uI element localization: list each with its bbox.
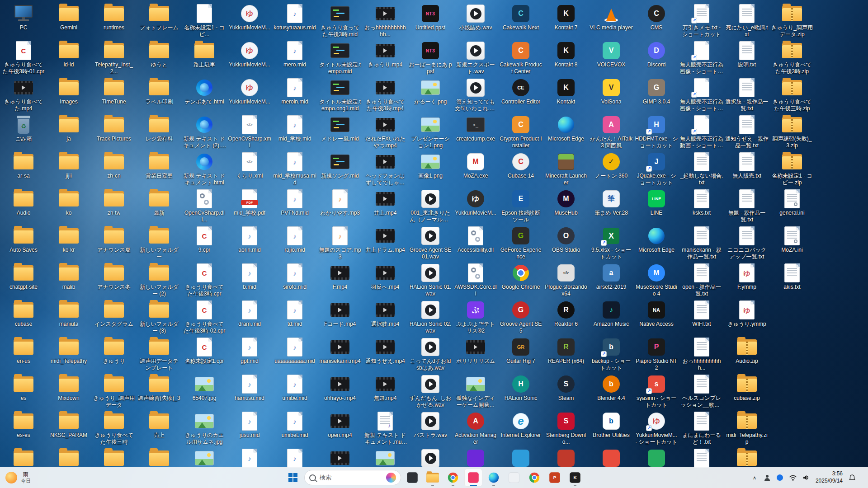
desktop-icon[interactable]: 井上ドラム.mp4 [363,224,408,261]
taskbar-app-pinned-app-pink[interactable] [464,469,482,487]
weather-widget[interactable]: 雨 今日 [0,467,36,488]
desktop-icon[interactable]: ♪umibe.mid [272,372,317,409]
desktop-icon[interactable]: ヘルスコンプレッション__歌詞.txt [679,372,724,409]
desktop-icon[interactable]: 路上駐車 [182,39,227,76]
desktop-icon[interactable]: RREAPER (x64) [543,335,589,372]
desktop-icon[interactable]: RReaktor 6 [543,298,589,335]
desktop-icon[interactable]: 説明.txt [724,39,769,76]
desktop-icon[interactable]: Google Chrome [498,261,543,298]
tray-user-button[interactable] [761,470,773,485]
desktop-icon[interactable]: 孤独なインディーゲーム開発者の一生... [453,372,498,409]
desktop-icon[interactable]: DDiscord [634,39,679,76]
desktop-icon[interactable]: 新しいフォルダー (2) [137,261,182,298]
desktop-icon[interactable]: open - 親作品一覧.txt [679,261,724,298]
desktop-icon[interactable]: 井上.mp4 [363,187,408,224]
desktop-icon[interactable]: TimeTune [91,76,137,113]
desktop-icon[interactable]: ja [46,113,91,150]
desktop-icon[interactable]: ♪aorin.mid [227,224,272,261]
desktop-icon[interactable]: ✓ノートン 360 [589,150,634,187]
desktop-icon[interactable]: ぷぷよぷよ™テトリス®2 [453,298,498,335]
taskbar-search[interactable]: 検索 [304,470,401,485]
desktop-icon[interactable]: ゆF.ymmp [724,261,769,298]
desktop-icon[interactable]: open.mp4 [317,409,363,446]
desktop-icon[interactable]: X↗9.5.xlsx - ショートカット [589,224,634,261]
desktop-icon[interactable]: maniuta [46,298,91,335]
desktop-icon[interactable]: AActivation Manager [453,409,498,446]
desktop-icon[interactable]: jijii [46,150,91,187]
taskbar-app-pinned-app-light[interactable] [505,469,523,487]
desktop-icon[interactable]: sfzPlogue sforzando x64 [543,261,589,298]
show-desktop-button[interactable] [861,467,863,488]
desktop-icon[interactable]: midi_Telepathy.zip [724,409,769,446]
desktop-icon[interactable]: きゅうり [91,335,137,372]
desktop-icon[interactable]: 無題.mp4 [363,372,408,409]
desktop-icon[interactable]: HALion Sonic 01.wav [408,261,453,298]
desktop-icon[interactable]: _起動しない場合.txt [679,150,724,187]
desktop-icon[interactable]: Images [46,76,91,113]
desktop-icon[interactable]: eInternet Explorer [498,409,543,446]
desktop-icon[interactable]: アナウンス夏 [91,224,137,261]
desktop-icon[interactable]: フォトフレーム [137,2,182,39]
desktop-icon[interactable]: ♪rajio.mid [272,224,317,261]
desktop-icon[interactable]: ニコニコバックアップ一覧.txt [724,224,769,261]
desktop-icon[interactable]: おっhhhhhhhhhh... [679,335,724,372]
desktop-icon[interactable]: ♪mero.mid [272,39,317,76]
desktop-icon[interactable]: general.ini [769,187,815,224]
desktop-icon[interactable]: ♪Amazon Music [589,298,634,335]
desktop-icon[interactable]: ♻ごみ箱 [1,113,46,150]
desktop-icon[interactable]: NANative Access [634,298,679,335]
desktop-icon[interactable]: インスタグラム [91,298,137,335]
desktop-icon[interactable]: C9.cpr [182,224,227,261]
desktop-icon[interactable]: OpenCvSharp.dll... [182,187,227,224]
desktop-icon[interactable]: es [1,372,46,409]
notification-bell-button[interactable] [846,470,858,485]
desktop-icon[interactable]: CCakewalk Product Center [498,39,543,76]
desktop-icon[interactable]: MMuseHub [543,187,589,224]
desktop-icon[interactable]: zh-cn [91,150,137,187]
desktop-icon[interactable]: >_createdump.exe [453,113,498,150]
desktop-icon[interactable]: タイトル未設定.tempo.mid [317,39,363,76]
taskbar-app-chrome[interactable] [444,469,462,487]
desktop-icon[interactable]: ♪b.mid [227,261,272,298]
desktop-icon[interactable]: ♪jusu.mid [227,409,272,446]
desktop-icon[interactable]: ♪PVTNd.mid [272,187,317,224]
desktop-icon[interactable]: </>OpenCvSharp.xml [227,113,272,150]
desktop-icon[interactable]: KKontakt 8 [543,39,589,76]
desktop-icon[interactable]: かるーく.png [408,76,453,113]
desktop-icon[interactable]: ar-sa [1,150,46,187]
desktop-icon[interactable]: manisekarin.mp4 [317,335,363,372]
desktop-icon[interactable]: きゅうり食べてた午後三時.zip [769,76,815,113]
desktop-icon[interactable]: ゆYukkuriMovieM... [227,76,272,113]
desktop-icon[interactable]: 最新 [137,187,182,224]
desktop-icon[interactable]: きゅうり食べてた午後三時 [91,409,137,446]
desktop-icon[interactable]: きゅうり食べてた午後3時.mp4 [363,76,408,113]
desktop-icon[interactable]: Minecraft Launcher [543,150,589,187]
desktop-icon[interactable]: Accessibility.dll [453,224,498,261]
desktop-icon[interactable]: ♪わかりやす.mp3 [317,187,363,224]
desktop-icon[interactable]: aairset2-2019 [589,261,634,298]
desktop-icon[interactable]: ♪meroin.mid [272,76,317,113]
desktop-icon[interactable]: ♪hamusu.mid [227,372,272,409]
start-button[interactable] [284,469,302,487]
taskbar-app-pinned-app-k[interactable]: K [566,469,584,487]
desktop-icon[interactable]: ゆきゅうり.ymmp [724,298,769,335]
desktop-icon[interactable]: MMuseScore Studio 4 [634,261,679,298]
desktop-icon[interactable]: 新しいフォルダー (3) [137,298,182,335]
desktop-icon[interactable]: ポリリリリズム [453,335,498,372]
desktop-icon[interactable]: ♪kotusytuaaus.mid [272,2,317,39]
desktop-icon[interactable]: おっhhhhhhhhhhhh... [363,2,408,39]
desktop-icon[interactable]: きゅうりのカエル用サムネ.jpg [182,409,227,446]
desktop-icon[interactable]: Cきゅうり食べてた午後3時-01.cpr [1,39,46,76]
desktop-icon[interactable]: ゆYukkuriMovieM... [227,39,272,76]
desktop-icon[interactable]: ♪umibet.mid [272,409,317,446]
desktop-icon[interactable]: Telepathy_Inst_2... [91,39,137,76]
desktop-icon[interactable]: ↗無人販売不正行為動画 - ショートカット [679,113,724,150]
desktop-icon[interactable]: HHALion Sonic [498,372,543,409]
desktop-icon[interactable]: ♪gpt.mid [227,335,272,372]
desktop-icon[interactable]: es-es [1,409,46,446]
taskbar-app-file-explorer[interactable] [424,469,442,487]
desktop-icon[interactable]: Audio.zip [724,335,769,372]
desktop-icon[interactable]: ↗万引きメモ.txt - ショートカット [679,2,724,39]
desktop-icon[interactable]: GGeForce Experience [498,224,543,261]
desktop-icon[interactable]: OOBS Studio [543,224,589,261]
